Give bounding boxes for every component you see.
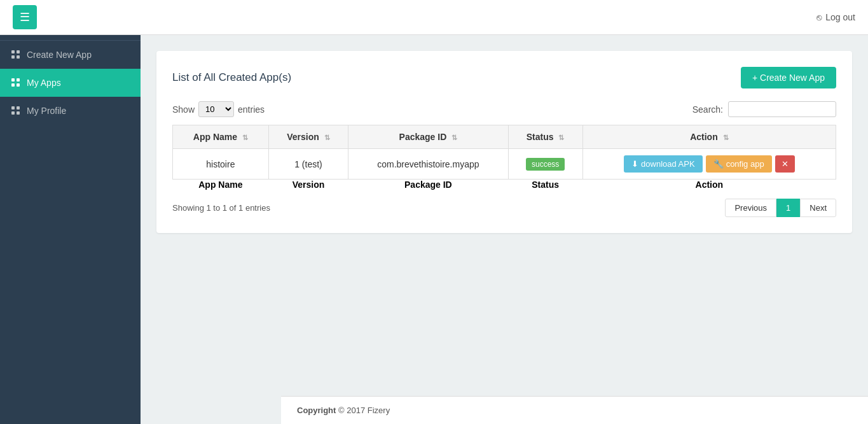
logout-button[interactable]: ⎋ Log out (816, 12, 855, 22)
sidebar-item-my-apps[interactable]: My Apps (0, 69, 141, 97)
download-icon: ⬇ (631, 159, 638, 169)
prev-button[interactable]: Previous (725, 199, 776, 217)
col-package-id-label: Package ID (399, 132, 447, 142)
config-label: config app (726, 159, 764, 169)
col-action[interactable]: Action ⇅ (582, 125, 836, 149)
table-info: Showing 1 to 1 of 1 entries (172, 203, 270, 213)
col-status[interactable]: Status ⇅ (508, 125, 582, 149)
action-buttons: ⬇ download APK 🔧 config app (591, 155, 828, 173)
sidebar-item-my-profile[interactable]: My Profile (0, 97, 141, 125)
card-title: List of All Created App(s) (172, 71, 291, 84)
entries-select[interactable]: 10 25 50 100 (198, 101, 234, 117)
footer-action-label: Action (696, 180, 724, 190)
col-status-label: Status (527, 132, 554, 142)
sidebar-item-label-profile: My Profile (27, 106, 66, 116)
col-version-label: Version (287, 132, 319, 142)
entries-label: entries (238, 104, 265, 115)
logout-icon: ⎋ (816, 12, 822, 22)
main-body: List of All Created App(s) + Create New … (141, 35, 868, 396)
footer-col-version: Version (268, 180, 348, 190)
footer-col-package-id: Package ID (348, 180, 508, 190)
col-version[interactable]: Version ⇅ (268, 125, 348, 149)
footer-col-action: Action (582, 180, 836, 190)
cell-package-id: com.brevethistoire.myapp (348, 149, 508, 180)
footer-col-status: Status (508, 180, 582, 190)
apps-card: List of All Created App(s) + Create New … (156, 51, 852, 233)
cell-action: ⬇ download APK 🔧 config app (582, 149, 836, 180)
sidebar: Welcome Ticeman De La Caverne Create New… (0, 0, 141, 424)
sidebar-item-label-my-apps: My Apps (27, 78, 61, 88)
cell-version: 1 (test) (268, 149, 348, 180)
show-label: Show (172, 104, 195, 115)
apps-table: App Name ⇅ Version ⇅ Package ID ⇅ (172, 125, 836, 190)
cell-app-name: histoire (173, 149, 269, 180)
footer-package-id-label: Package ID (404, 180, 452, 190)
table-header-row: App Name ⇅ Version ⇅ Package ID ⇅ (173, 125, 836, 149)
footer-app-name-label: App Name (198, 180, 242, 190)
logout-label: Log out (825, 12, 855, 22)
show-entries: Show 10 25 50 100 entries (172, 101, 265, 117)
footer-copyright-bold: Copyright (297, 406, 336, 415)
topbar: ☰ ⎋ Log out (0, 0, 868, 35)
grid-icon (11, 50, 20, 59)
download-label: download APK (641, 159, 695, 169)
sidebar-nav: Create New App My Apps My Profile (0, 41, 141, 424)
sort-icon-app-name: ⇅ (242, 134, 248, 142)
card-header: List of All Created App(s) + Create New … (172, 67, 836, 88)
sort-icon-status: ⇅ (558, 134, 564, 142)
delete-icon: ✕ (782, 159, 789, 169)
table-row: histoire 1 (test) com.brevethistoire.mya… (173, 149, 836, 180)
config-app-button[interactable]: 🔧 config app (706, 155, 772, 173)
pagination: Previous 1 Next (725, 199, 836, 217)
hamburger-icon: ☰ (20, 10, 30, 24)
create-new-app-label: + Create New App (752, 73, 825, 83)
col-app-name-label: App Name (193, 132, 237, 142)
footer-copyright-text: © 2017 Fizery (338, 406, 390, 415)
footer: Copyright © 2017 Fizery (281, 396, 868, 424)
search-label: Search: (692, 104, 723, 115)
search-box: Search: (692, 101, 836, 117)
create-new-app-button[interactable]: + Create New App (741, 67, 836, 88)
next-button[interactable]: Next (800, 199, 836, 217)
sidebar-item-label: Create New App (27, 50, 92, 60)
footer-col-app-name: App Name (173, 180, 269, 190)
search-input[interactable] (728, 101, 836, 117)
download-apk-button[interactable]: ⬇ download APK (624, 155, 703, 173)
footer-version-label: Version (293, 180, 325, 190)
sort-icon-version: ⇅ (324, 134, 330, 142)
grid-icon-2 (11, 78, 20, 87)
sort-icon-action: ⇅ (723, 134, 729, 142)
col-package-id[interactable]: Package ID ⇅ (348, 125, 508, 149)
col-action-label: Action (690, 132, 718, 142)
content-area: List of All Created App(s) + Create New … (141, 35, 868, 396)
table-footer-row: App Name Version Package ID Status (173, 180, 836, 190)
cell-status: success (508, 149, 582, 180)
col-app-name[interactable]: App Name ⇅ (173, 125, 269, 149)
menu-button[interactable]: ☰ (13, 5, 37, 29)
table-controls: Show 10 25 50 100 entries Search: (172, 101, 836, 117)
sidebar-item-create-new-app[interactable]: Create New App (0, 41, 141, 69)
config-icon: 🔧 (713, 159, 724, 169)
main-outer: List of All Created App(s) + Create New … (141, 35, 868, 424)
page-1-button[interactable]: 1 (776, 199, 800, 217)
status-badge: success (526, 158, 565, 171)
sort-icon-package: ⇅ (451, 134, 457, 142)
delete-button[interactable]: ✕ (775, 155, 795, 173)
table-footer: Showing 1 to 1 of 1 entries Previous 1 N… (172, 199, 836, 217)
grid-icon-3 (11, 106, 20, 115)
footer-status-label: Status (532, 180, 559, 190)
